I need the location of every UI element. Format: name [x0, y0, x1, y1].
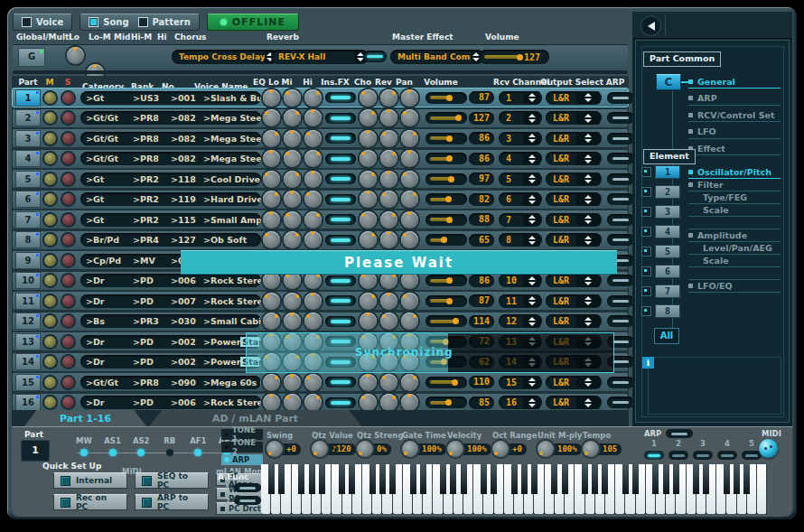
cho-knob[interactable] [360, 313, 377, 330]
rev-knob[interactable] [380, 374, 397, 391]
mute-led-icon[interactable] [44, 255, 56, 266]
arp-select-button-4[interactable] [717, 451, 737, 460]
black-key[interactable] [278, 464, 285, 494]
sidebar-item-scale[interactable]: Scale [688, 203, 781, 217]
controller-led[interactable] [100, 449, 126, 456]
quick-setup-button-internal[interactable]: Internal [53, 472, 127, 489]
solo-led-icon[interactable] [62, 193, 74, 205]
rev-knob[interactable] [380, 150, 397, 167]
white-key[interactable] [757, 464, 767, 514]
solo-led-icon[interactable] [62, 315, 74, 327]
part-row[interactable]: 8>Br/Pd>PR4>127>Ob Soft658L&R [13, 231, 628, 249]
eq-hi-knob[interactable] [304, 374, 322, 391]
arp-switch[interactable] [607, 112, 634, 124]
spinner-icon[interactable] [523, 193, 540, 206]
sidebar-item-general[interactable]: General [688, 75, 781, 89]
arp-switch[interactable] [607, 193, 634, 205]
element-button-1[interactable]: 1 [655, 165, 680, 179]
ins-fx-switch[interactable] [325, 397, 356, 408]
ins-fx-switch[interactable] [325, 377, 356, 387]
spinner-icon[interactable] [576, 376, 600, 388]
black-key[interactable] [511, 464, 518, 494]
output-select[interactable]: L&R [546, 274, 602, 287]
rcv-channel-select[interactable]: 7 [499, 213, 542, 227]
eq-lo-knob[interactable] [263, 211, 280, 229]
spinner-icon[interactable] [576, 213, 600, 226]
spinner-icon[interactable] [523, 91, 540, 104]
black-key[interactable] [369, 464, 376, 494]
rcv-channel-select[interactable]: 8 [499, 233, 542, 247]
arp-select-button-5[interactable] [742, 451, 762, 460]
spinner-icon[interactable] [576, 193, 600, 206]
pan-knob[interactable] [401, 313, 418, 330]
ins-fx-switch[interactable] [325, 133, 356, 144]
pan-knob[interactable] [401, 171, 418, 188]
output-select[interactable]: L&R [546, 314, 602, 328]
spinner-icon[interactable] [523, 397, 540, 409]
voice-name-field[interactable]: >Gt/Gt>PR8>090>Mega 60s Dist Stack [80, 376, 261, 389]
spinner-icon[interactable] [576, 294, 600, 307]
rcv-channel-select[interactable]: 11 [499, 294, 542, 308]
part-row[interactable]: 11>Dr>PD>007>Rock Stereo Kit 28711L&R [13, 292, 628, 310]
ins-fx-switch[interactable] [325, 173, 356, 184]
mute-led-icon[interactable] [44, 356, 56, 368]
voice-name-field[interactable]: >Dr>PD>006>Rock Stereo Kit 1 [80, 274, 261, 287]
rcv-channel-select[interactable]: 2 [499, 111, 542, 125]
black-key[interactable] [268, 464, 275, 494]
part-row[interactable]: 3>Gt/Gt>PR8>082>Mega Steel863L&R [13, 129, 628, 147]
rcv-channel-select[interactable]: 3 [499, 132, 542, 145]
spinner-icon[interactable] [576, 153, 600, 165]
controller-led[interactable] [185, 449, 210, 456]
element-checkbox-icon[interactable] [641, 167, 651, 177]
eq-hi-knob[interactable] [304, 130, 322, 147]
part-number[interactable]: 15 [15, 374, 41, 391]
master-effect-select[interactable]: Multi Band Comp [390, 50, 484, 64]
voice-name-field[interactable]: >Gt>PR2>115>Small Amp AS1 [80, 213, 261, 227]
arp-switch[interactable] [607, 214, 634, 226]
black-key[interactable] [461, 464, 467, 494]
black-key[interactable] [743, 464, 750, 494]
eq-mi-knob[interactable] [284, 171, 301, 188]
mute-led-icon[interactable] [44, 315, 56, 327]
arp-switch[interactable] [607, 234, 634, 246]
eq-lo-knob[interactable] [263, 150, 280, 167]
part-common-button[interactable]: C [656, 74, 681, 90]
eq-lo-knob[interactable] [263, 171, 280, 188]
black-key[interactable] [724, 464, 730, 494]
arp-knob-tempo[interactable]: 105 [583, 441, 622, 457]
spinner-icon[interactable] [576, 173, 600, 185]
spinner-icon[interactable] [523, 275, 540, 287]
part-number[interactable]: 12 [15, 313, 41, 330]
black-key[interactable] [440, 464, 446, 494]
rev-knob[interactable] [380, 191, 397, 208]
black-key[interactable] [349, 464, 355, 494]
quick-setup-button-seq-to-pc[interactable]: SEQ to PC [135, 472, 209, 489]
black-key[interactable] [379, 464, 386, 494]
black-key[interactable] [673, 464, 679, 494]
voice-name-field[interactable]: >Gt>PR2>119>Hard Drive AS1&2 [80, 192, 261, 206]
element-checkbox-icon[interactable] [641, 266, 651, 276]
part-number[interactable]: 14 [15, 353, 41, 370]
arp-knob-swing[interactable]: +0 [266, 441, 301, 457]
arp-switch[interactable] [607, 295, 634, 307]
black-key[interactable] [562, 464, 568, 494]
output-select[interactable]: L&R [546, 91, 602, 105]
voice-name-field[interactable]: >Gt/Gt>PR8>082>Mega Steel [80, 132, 261, 145]
ins-fx-switch[interactable] [325, 154, 356, 164]
voice-name-field[interactable]: >Gt/Gt>PR8>082>Mega Steel [80, 111, 261, 125]
rev-knob[interactable] [380, 109, 397, 126]
cho-knob[interactable] [360, 394, 377, 411]
element-checkbox-icon[interactable] [641, 187, 651, 197]
voice-name-field[interactable]: >Br/Pd>PR4>127>Ob Soft [80, 233, 261, 247]
element-checkbox-icon[interactable] [641, 286, 651, 296]
black-key[interactable] [319, 464, 325, 494]
cho-knob[interactable] [360, 231, 377, 248]
voice-name-field[interactable]: >Dr>PD>002>Power Standard Kit 2 [80, 355, 261, 369]
tone-tab-tone-2[interactable]: TONE 2 [221, 442, 263, 453]
mute-led-icon[interactable] [44, 234, 56, 246]
info-button[interactable]: i [642, 357, 654, 369]
solo-led-icon[interactable] [62, 133, 74, 145]
voice-name-field[interactable]: >Gt>US3>001>Slash & Burn [80, 91, 261, 105]
black-key[interactable] [481, 464, 487, 494]
ins-fx-switch[interactable] [325, 92, 356, 103]
